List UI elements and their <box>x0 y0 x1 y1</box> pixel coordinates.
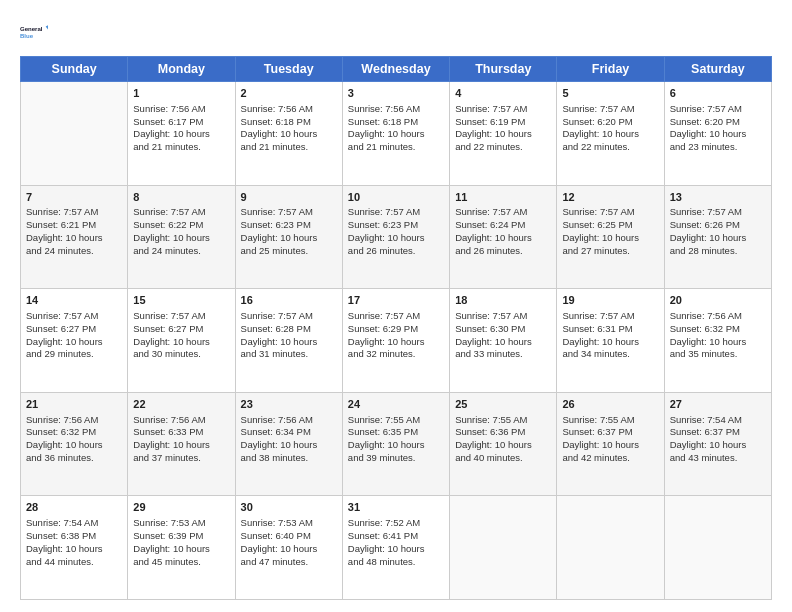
day-number: 21 <box>26 397 122 412</box>
day-info-line: Daylight: 10 hours <box>133 543 229 556</box>
calendar-cell: 30Sunrise: 7:53 AMSunset: 6:40 PMDayligh… <box>235 496 342 600</box>
day-info-line: and 21 minutes. <box>348 141 444 154</box>
day-info-line: Sunset: 6:37 PM <box>670 426 766 439</box>
day-number: 27 <box>670 397 766 412</box>
day-number: 12 <box>562 190 658 205</box>
day-info-line: Sunset: 6:20 PM <box>562 116 658 129</box>
day-info-line: Daylight: 10 hours <box>133 232 229 245</box>
calendar-cell: 11Sunrise: 7:57 AMSunset: 6:24 PMDayligh… <box>450 185 557 289</box>
day-info-line: Sunrise: 7:57 AM <box>562 206 658 219</box>
calendar-cell: 9Sunrise: 7:57 AMSunset: 6:23 PMDaylight… <box>235 185 342 289</box>
day-info-line: and 34 minutes. <box>562 348 658 361</box>
day-info-line: and 22 minutes. <box>562 141 658 154</box>
calendar-week-row: 7Sunrise: 7:57 AMSunset: 6:21 PMDaylight… <box>21 185 772 289</box>
day-number: 20 <box>670 293 766 308</box>
calendar-cell: 16Sunrise: 7:57 AMSunset: 6:28 PMDayligh… <box>235 289 342 393</box>
day-info-line: Daylight: 10 hours <box>133 128 229 141</box>
calendar-cell: 27Sunrise: 7:54 AMSunset: 6:37 PMDayligh… <box>664 392 771 496</box>
logo: General Blue <box>20 18 48 46</box>
day-number: 28 <box>26 500 122 515</box>
day-info-line: Daylight: 10 hours <box>562 336 658 349</box>
day-info-line: Daylight: 10 hours <box>562 128 658 141</box>
day-number: 16 <box>241 293 337 308</box>
day-info-line: Daylight: 10 hours <box>241 128 337 141</box>
day-info-line: Sunset: 6:33 PM <box>133 426 229 439</box>
calendar-cell: 23Sunrise: 7:56 AMSunset: 6:34 PMDayligh… <box>235 392 342 496</box>
day-info-line: Sunrise: 7:56 AM <box>26 414 122 427</box>
day-info-line: Sunset: 6:32 PM <box>670 323 766 336</box>
calendar-cell: 20Sunrise: 7:56 AMSunset: 6:32 PMDayligh… <box>664 289 771 393</box>
day-info-line: Sunset: 6:22 PM <box>133 219 229 232</box>
day-info-line: Sunrise: 7:57 AM <box>133 310 229 323</box>
calendar-cell: 6Sunrise: 7:57 AMSunset: 6:20 PMDaylight… <box>664 82 771 186</box>
day-info-line: Sunset: 6:23 PM <box>348 219 444 232</box>
day-info-line: Daylight: 10 hours <box>670 128 766 141</box>
calendar-week-row: 28Sunrise: 7:54 AMSunset: 6:38 PMDayligh… <box>21 496 772 600</box>
day-info-line: and 31 minutes. <box>241 348 337 361</box>
day-info-line: Daylight: 10 hours <box>455 232 551 245</box>
calendar-cell <box>664 496 771 600</box>
day-info-line: and 44 minutes. <box>26 556 122 569</box>
day-info-line: Sunset: 6:27 PM <box>26 323 122 336</box>
day-info-line: Sunset: 6:27 PM <box>133 323 229 336</box>
day-info-line: Sunrise: 7:57 AM <box>562 310 658 323</box>
day-info-line: and 29 minutes. <box>26 348 122 361</box>
day-info-line: and 21 minutes. <box>133 141 229 154</box>
day-info-line: and 39 minutes. <box>348 452 444 465</box>
day-number: 19 <box>562 293 658 308</box>
day-info-line: Daylight: 10 hours <box>562 439 658 452</box>
calendar-cell: 14Sunrise: 7:57 AMSunset: 6:27 PMDayligh… <box>21 289 128 393</box>
day-info-line: Sunset: 6:31 PM <box>562 323 658 336</box>
calendar-cell: 12Sunrise: 7:57 AMSunset: 6:25 PMDayligh… <box>557 185 664 289</box>
day-number: 5 <box>562 86 658 101</box>
day-number: 2 <box>241 86 337 101</box>
calendar-cell: 28Sunrise: 7:54 AMSunset: 6:38 PMDayligh… <box>21 496 128 600</box>
day-info-line: Sunrise: 7:52 AM <box>348 517 444 530</box>
calendar-cell <box>557 496 664 600</box>
day-info-line: and 24 minutes. <box>133 245 229 258</box>
day-info-line: Sunset: 6:30 PM <box>455 323 551 336</box>
calendar-cell: 22Sunrise: 7:56 AMSunset: 6:33 PMDayligh… <box>128 392 235 496</box>
day-info-line: Sunrise: 7:56 AM <box>670 310 766 323</box>
calendar-cell: 13Sunrise: 7:57 AMSunset: 6:26 PMDayligh… <box>664 185 771 289</box>
day-info-line: Sunrise: 7:57 AM <box>670 103 766 116</box>
day-info-line: Sunset: 6:40 PM <box>241 530 337 543</box>
day-number: 23 <box>241 397 337 412</box>
day-info-line: Sunset: 6:35 PM <box>348 426 444 439</box>
day-info-line: Sunset: 6:18 PM <box>241 116 337 129</box>
day-info-line: Daylight: 10 hours <box>26 543 122 556</box>
day-info-line: Sunrise: 7:54 AM <box>26 517 122 530</box>
calendar-cell: 19Sunrise: 7:57 AMSunset: 6:31 PMDayligh… <box>557 289 664 393</box>
day-info-line: Sunset: 6:25 PM <box>562 219 658 232</box>
day-info-line: Daylight: 10 hours <box>26 336 122 349</box>
day-info-line: and 35 minutes. <box>670 348 766 361</box>
day-info-line: Sunset: 6:34 PM <box>241 426 337 439</box>
day-number: 15 <box>133 293 229 308</box>
svg-text:General: General <box>20 26 43 32</box>
day-info-line: Sunrise: 7:56 AM <box>348 103 444 116</box>
day-info-line: Daylight: 10 hours <box>348 439 444 452</box>
day-info-line: Sunrise: 7:56 AM <box>241 414 337 427</box>
day-info-line: Daylight: 10 hours <box>133 336 229 349</box>
day-info-line: Sunset: 6:28 PM <box>241 323 337 336</box>
day-info-line: Daylight: 10 hours <box>241 543 337 556</box>
calendar-week-row: 14Sunrise: 7:57 AMSunset: 6:27 PMDayligh… <box>21 289 772 393</box>
page: General Blue SundayMondayTuesdayWednesda… <box>0 0 792 612</box>
day-header-monday: Monday <box>128 57 235 82</box>
calendar-table: SundayMondayTuesdayWednesdayThursdayFrid… <box>20 56 772 600</box>
day-info-line: Daylight: 10 hours <box>455 336 551 349</box>
day-info-line: Daylight: 10 hours <box>670 336 766 349</box>
day-info-line: Daylight: 10 hours <box>348 128 444 141</box>
day-info-line: and 45 minutes. <box>133 556 229 569</box>
day-info-line: Sunset: 6:20 PM <box>670 116 766 129</box>
calendar-cell: 8Sunrise: 7:57 AMSunset: 6:22 PMDaylight… <box>128 185 235 289</box>
day-info-line: Sunset: 6:38 PM <box>26 530 122 543</box>
day-number: 7 <box>26 190 122 205</box>
day-info-line: Sunrise: 7:57 AM <box>562 103 658 116</box>
calendar-cell: 2Sunrise: 7:56 AMSunset: 6:18 PMDaylight… <box>235 82 342 186</box>
day-info-line: Sunrise: 7:57 AM <box>241 310 337 323</box>
day-header-tuesday: Tuesday <box>235 57 342 82</box>
day-info-line: and 32 minutes. <box>348 348 444 361</box>
day-info-line: Sunset: 6:41 PM <box>348 530 444 543</box>
day-number: 4 <box>455 86 551 101</box>
